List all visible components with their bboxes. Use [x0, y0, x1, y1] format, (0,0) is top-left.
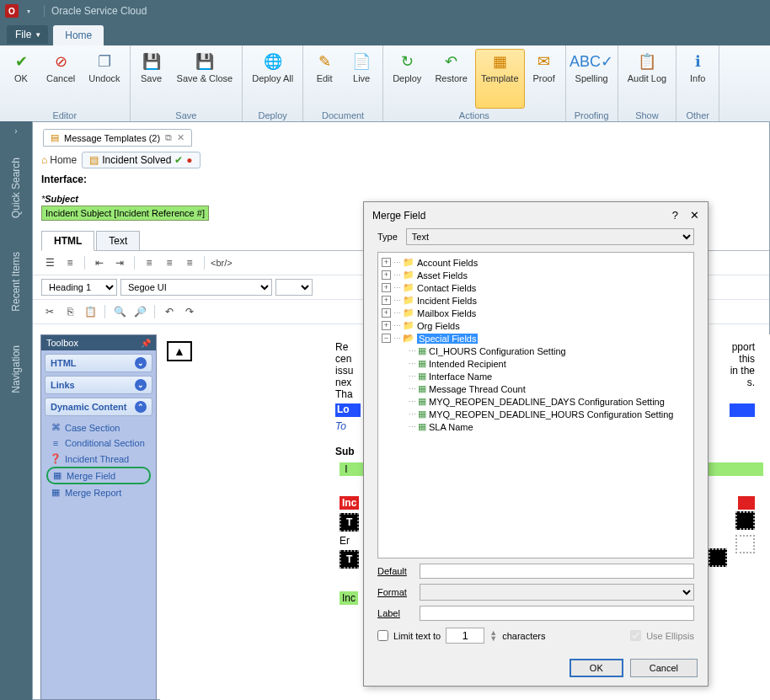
toolbox-links-header[interactable]: Links ⌄ — [45, 376, 152, 394]
edit-button[interactable]: ✎Edit — [307, 49, 342, 109]
proof-button[interactable]: ✉Proof — [527, 49, 562, 109]
file-menu[interactable]: File ▼ — [7, 25, 48, 44]
info-button[interactable]: ℹInfo — [680, 49, 715, 109]
check-icon: ✔ — [174, 154, 183, 166]
toolbox-dynamic-header[interactable]: Dynamic Content ⌃ — [45, 398, 152, 416]
undo-icon[interactable]: ↶ — [161, 303, 178, 320]
toolbox-item-case-section[interactable]: ⌘Case Section — [46, 419, 151, 435]
tree-leaf[interactable]: ⋯▦SLA Name — [409, 420, 690, 433]
deploy-button[interactable]: ↻Deploy — [387, 49, 427, 109]
undock-button[interactable]: ❐Undock — [83, 49, 126, 109]
tree-node[interactable]: +⋯📁Incident Fields — [382, 294, 690, 307]
limit-text-checkbox[interactable] — [377, 630, 388, 641]
tab-text[interactable]: Text — [96, 231, 140, 250]
tree-node[interactable]: +⋯📁Asset Fields — [382, 269, 690, 281]
tree-leaf[interactable]: ⋯▦MYQ_REOPEN_DEADLINE_DAYS Configuration… — [409, 395, 690, 408]
tree-leaf[interactable]: ⋯▦Interface Name — [409, 370, 690, 382]
format-select[interactable] — [420, 584, 694, 601]
close-tab-icon[interactable]: ✕ — [177, 132, 184, 143]
deploy-all-button[interactable]: 🌐Deploy All — [246, 49, 299, 109]
ok-button[interactable]: ✔OK — [3, 49, 39, 109]
expand-rail-icon[interactable]: › — [9, 121, 22, 141]
rail-recent-items[interactable]: Recent Items — [10, 252, 22, 312]
tree-node[interactable]: −⋯📂Special Fields — [382, 332, 690, 345]
breadcrumb-home[interactable]: ⌂ Home — [41, 154, 77, 166]
expand-icon[interactable]: + — [382, 308, 391, 318]
restore-window-icon[interactable]: ⧉ — [165, 132, 172, 143]
canvas-text: issu — [335, 365, 353, 377]
tree-node[interactable]: +⋯📁Org Fields — [382, 319, 690, 332]
toolbox-title: Toolbox 📌 — [41, 335, 156, 350]
default-input[interactable] — [420, 564, 694, 579]
type-select[interactable]: Text — [406, 228, 694, 245]
toolbox-html-header[interactable]: HTML ⌄ — [45, 354, 152, 372]
toolbox-item-label: Conditional Section — [65, 438, 145, 448]
ribbon-btn-label: Live — [353, 73, 370, 83]
expand-icon[interactable]: + — [382, 258, 391, 267]
indent-icon[interactable]: ⇥ — [111, 254, 128, 271]
collapse-icon[interactable]: − — [382, 334, 391, 343]
close-icon[interactable]: ✕ — [690, 209, 699, 222]
expand-icon[interactable]: + — [382, 321, 391, 330]
image-placeholder-icon: ▲ — [167, 341, 192, 361]
help-icon[interactable]: ? — [672, 209, 678, 222]
unordered-list-icon[interactable]: ☰ — [41, 254, 58, 271]
tree-node[interactable]: +⋯📁Mailbox Fields — [382, 307, 690, 319]
spinner-icon[interactable]: ▲▼ — [489, 630, 497, 641]
tree-leaf[interactable]: ⋯▦Intended Recipient — [409, 357, 690, 370]
cut-icon[interactable]: ✂ — [41, 303, 58, 320]
expand-icon[interactable]: + — [382, 296, 391, 305]
tree-node[interactable]: +⋯📁Account Fields — [382, 256, 690, 269]
tree-node[interactable]: +⋯📁Contact Fields — [382, 281, 690, 294]
ok-button[interactable]: OK — [569, 659, 623, 677]
expand-icon[interactable]: + — [382, 283, 391, 292]
expand-icon[interactable]: + — [382, 270, 391, 280]
breadcrumb-item[interactable]: ▤ Incident Solved ✔ ● — [82, 152, 200, 168]
tree-leaf[interactable]: ⋯▦CI_HOURS Configuration Setting — [409, 345, 690, 357]
document-tab[interactable]: ▤ Message Templates (2) ⧉ ✕ — [43, 129, 192, 147]
live-button[interactable]: 📄Live — [344, 49, 379, 109]
label-input[interactable] — [420, 606, 694, 621]
save-button[interactable]: 💾Save — [134, 49, 169, 109]
breadcrumb: ⌂ Home ▤ Incident Solved ✔ ● — [33, 147, 769, 174]
toolbox-item-merge-report[interactable]: ▦Merge Report — [46, 484, 151, 500]
toolbox-item-merge-field[interactable]: ▦Merge Field — [46, 467, 151, 484]
font-size-select[interactable] — [275, 279, 313, 296]
restore-button[interactable]: ↶Restore — [429, 49, 473, 109]
spelling-button[interactable]: ABC✓Spelling — [569, 49, 614, 109]
side-rail: › Quick Search Recent Items Navigation — [0, 121, 32, 700]
align-left-icon[interactable]: ≡ — [141, 254, 158, 271]
heading-select[interactable]: Heading 1 — [41, 279, 117, 296]
audit-log-button[interactable]: 📋Audit Log — [622, 49, 672, 109]
tree-node-label: Contact Fields — [417, 283, 476, 293]
redo-icon[interactable]: ↷ — [181, 303, 198, 320]
field-tree[interactable]: +⋯📁Account Fields+⋯📁Asset Fields+⋯📁Conta… — [377, 252, 694, 558]
find-icon[interactable]: 🔍 — [111, 303, 128, 320]
template-button[interactable]: ▦Template — [475, 49, 525, 109]
toolbox-item-incident-thread[interactable]: ❓Incident Thread — [46, 451, 151, 467]
toolbox-item-conditional-section[interactable]: ≡Conditional Section — [46, 435, 151, 451]
subject-field[interactable]: Incident Subject [Incident Reference #] — [41, 206, 328, 221]
pin-icon[interactable]: 📌 — [141, 339, 151, 348]
rail-quick-search[interactable]: Quick Search — [10, 158, 22, 218]
cancel-button[interactable]: Cancel — [630, 659, 698, 677]
cancel-button[interactable]: ⊘Cancel — [40, 49, 81, 109]
paste-icon[interactable]: 📋 — [82, 303, 99, 320]
br-button[interactable]: <br/> — [211, 254, 233, 271]
tab-html[interactable]: HTML — [41, 231, 94, 251]
align-right-icon[interactable]: ≡ — [181, 254, 198, 271]
replace-icon[interactable]: 🔎 — [131, 303, 148, 320]
align-center-icon[interactable]: ≡ — [161, 254, 178, 271]
save-close-button[interactable]: 💾Save & Close — [171, 49, 239, 109]
copy-icon[interactable]: ⎘ — [61, 303, 78, 320]
quick-access-dropdown-icon[interactable]: ▾ — [27, 8, 30, 15]
outdent-icon[interactable]: ⇤ — [91, 254, 108, 271]
tree-leaf[interactable]: ⋯▦Message Thread Count — [409, 382, 690, 395]
tree-leaf[interactable]: ⋯▦MYQ_REOPEN_DEADLINE_HOURS Configuratio… — [409, 408, 690, 420]
rail-navigation[interactable]: Navigation — [10, 345, 22, 393]
font-select[interactable]: Segoe UI — [120, 279, 272, 296]
tab-home[interactable]: Home — [53, 25, 104, 45]
ordered-list-icon[interactable]: ≡ — [61, 254, 78, 271]
limit-number-input[interactable] — [446, 628, 484, 644]
tree-connector: ⋯ — [393, 284, 400, 292]
